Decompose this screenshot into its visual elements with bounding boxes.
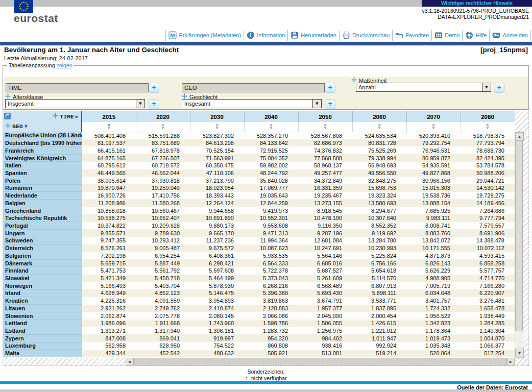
time-axis-header[interactable]: TIME ▶ bbox=[53, 113, 79, 120]
horizontal-scrollbar[interactable]: ◀ ▶ bbox=[126, 358, 515, 365]
expand-right-icon[interactable]: ▶ bbox=[76, 114, 79, 119]
geo-row-label[interactable]: Italien bbox=[3, 162, 82, 169]
move-icon[interactable] bbox=[53, 113, 58, 120]
year-column-header[interactable]: 2040 bbox=[244, 111, 298, 122]
year-column-header[interactable]: 2020 bbox=[136, 111, 190, 122]
data-cell: 1.743.960 bbox=[190, 320, 244, 327]
sort-desc-icon[interactable]: ▼ bbox=[136, 127, 190, 130]
pivot-axes-icon[interactable] bbox=[4, 112, 11, 121]
geo-row-label[interactable]: Schweden bbox=[3, 237, 82, 244]
geo-row-label[interactable]: Österreich bbox=[3, 244, 82, 252]
expand-down-icon[interactable]: ▼ bbox=[25, 124, 28, 129]
geo-row-label[interactable]: Deutschland (bis 1990 frühere bbox=[3, 139, 82, 147]
time-dimension-box[interactable]: TIME bbox=[6, 83, 149, 92]
toolbar-item-metadata[interactable]: M Erklärungen (Metadaten) bbox=[165, 30, 244, 41]
toolbar-item-demo[interactable]: Demo bbox=[431, 30, 462, 41]
vertical-scrollbar[interactable]: ▲ ▼ bbox=[515, 132, 523, 358]
geo-row-label[interactable]: Zypern bbox=[3, 334, 82, 342]
toolbar-item-login[interactable]: Anmelden bbox=[489, 30, 531, 41]
geo-row-label[interactable]: Tschechische Republik bbox=[3, 214, 82, 222]
unit-add-button[interactable]: + bbox=[494, 83, 504, 93]
toolbar-item-information[interactable]: Information bbox=[244, 30, 287, 41]
geo-row-label[interactable]: Niederlande bbox=[3, 192, 82, 200]
dropdown-arrow-icon[interactable]: ▼ bbox=[136, 100, 144, 108]
toolbar-item-favorites[interactable]: Favoriten bbox=[392, 30, 431, 41]
sort-desc-icon[interactable]: ▼ bbox=[407, 127, 461, 130]
toolbar-item-print-preview[interactable]: Druckvorschau bbox=[339, 30, 392, 41]
geo-row-label[interactable]: Luxemburg bbox=[3, 342, 82, 350]
data-cell: 1.938.449 bbox=[461, 312, 515, 320]
vertical-scroll-thumb[interactable] bbox=[515, 140, 523, 331]
toolbar-item-help[interactable]: Hilfe bbox=[462, 30, 489, 41]
geo-row-label[interactable]: Irland bbox=[3, 289, 82, 297]
geo-row-label[interactable]: Europäische Union (28 Länder) bbox=[3, 132, 82, 139]
horizontal-scroll-thumb[interactable] bbox=[133, 358, 507, 365]
geo-row-label[interactable]: Finnland bbox=[3, 267, 82, 275]
geo-add-button[interactable]: + bbox=[325, 83, 335, 93]
scroll-up-button[interactable]: ▲ bbox=[515, 132, 524, 141]
toolbar-item-download[interactable]: Herunterladen bbox=[287, 30, 339, 41]
sex-select[interactable]: Insgesamt ▼ bbox=[182, 99, 322, 108]
sort-control[interactable]: ▲▼ bbox=[190, 122, 244, 132]
sort-desc-icon[interactable]: ▼ bbox=[245, 127, 298, 130]
scroll-left-button[interactable]: ◀ bbox=[126, 358, 133, 365]
sort-desc-icon[interactable]: ▼ bbox=[353, 127, 406, 130]
geo-row-label[interactable]: Vereinigtes Königreich bbox=[3, 154, 82, 162]
geo-row-label[interactable]: Malta bbox=[3, 350, 82, 357]
geo-row-label[interactable]: Lettland bbox=[3, 320, 82, 327]
geo-row-label[interactable]: Frankreich bbox=[3, 146, 82, 154]
geo-row-label[interactable]: Litauen bbox=[3, 305, 82, 312]
sort-desc-icon[interactable]: ▼ bbox=[82, 127, 136, 130]
sort-desc-icon[interactable]: ▼ bbox=[190, 127, 244, 130]
year-column-header[interactable]: 2015 bbox=[82, 111, 136, 122]
unit-select[interactable]: Anzahl ▼ bbox=[356, 83, 491, 92]
year-column-header[interactable]: 2060 bbox=[352, 111, 406, 122]
geo-row-label[interactable]: Dänemark bbox=[3, 259, 82, 267]
sort-desc-icon[interactable]: ▼ bbox=[461, 127, 515, 130]
dropdown-arrow-icon[interactable]: ▼ bbox=[482, 83, 491, 91]
hatch-area bbox=[515, 358, 528, 365]
sex-add-button[interactable]: + bbox=[325, 99, 335, 109]
year-column-header[interactable]: 2070 bbox=[406, 111, 461, 122]
year-column-header[interactable]: 2080 bbox=[461, 111, 515, 122]
year-column-header[interactable]: 2050 bbox=[298, 111, 352, 122]
data-cell: 11.580.268 bbox=[136, 199, 190, 207]
sort-desc-icon[interactable]: ▼ bbox=[299, 127, 352, 130]
geo-row-label[interactable]: Belgien bbox=[3, 199, 82, 207]
legal-notice-link[interactable]: Wichtiger rechtlicher Hinweis bbox=[422, 0, 532, 7]
geo-row-label[interactable]: Polen bbox=[3, 177, 82, 184]
age-select[interactable]: Insgesamt ▼ bbox=[5, 99, 145, 108]
sort-control[interactable]: ▲▼ bbox=[461, 122, 515, 132]
geo-row-label[interactable]: Slowenien bbox=[3, 312, 82, 320]
age-add-button[interactable]: + bbox=[149, 99, 159, 109]
scroll-down-button[interactable]: ▼ bbox=[515, 349, 524, 357]
life-ring-icon bbox=[465, 31, 473, 39]
geo-row-label[interactable]: Estland bbox=[3, 327, 82, 335]
sort-control[interactable]: ▲▼ bbox=[352, 122, 406, 132]
move-icon[interactable] bbox=[5, 123, 11, 130]
geo-row-label[interactable]: Griechenland bbox=[3, 207, 82, 214]
data-cell: 9.983.111 bbox=[406, 214, 461, 222]
geo-row-label[interactable]: Kroatien bbox=[3, 297, 82, 305]
scroll-right-button[interactable]: ▶ bbox=[507, 358, 515, 365]
geo-row-label[interactable]: Rumänien bbox=[3, 184, 82, 192]
geo-row-label[interactable]: Slowakei bbox=[3, 275, 82, 282]
sort-control[interactable]: ▲▼ bbox=[82, 122, 136, 132]
sort-control[interactable]: ▲▼ bbox=[406, 122, 461, 132]
data-cell: 35.840.028 bbox=[244, 177, 298, 184]
show-adjustment-link[interactable]: zeigen bbox=[56, 62, 72, 68]
sort-control[interactable]: ▲▼ bbox=[298, 122, 352, 132]
year-column-header[interactable]: 2030 bbox=[190, 111, 244, 122]
geo-dimension-box[interactable]: GEO bbox=[182, 83, 325, 92]
geo-row-label[interactable]: Norwegen bbox=[3, 282, 82, 289]
geo-row-label[interactable]: Spanien bbox=[3, 169, 82, 177]
time-add-button[interactable]: + bbox=[149, 83, 159, 93]
table-row: Portugal10.374.82210.209.6289.880.1739.5… bbox=[3, 222, 515, 230]
sort-control[interactable]: ▲▼ bbox=[244, 122, 298, 132]
geo-row-label[interactable]: Ungarn bbox=[3, 229, 82, 237]
geo-row-label[interactable]: Bulgarien bbox=[3, 252, 82, 260]
dropdown-arrow-icon[interactable]: ▼ bbox=[312, 100, 321, 108]
sort-control[interactable]: ▲▼ bbox=[136, 122, 190, 132]
geo-row-label[interactable]: Portugal bbox=[3, 222, 82, 230]
geo-axis-header[interactable]: GEO ▼ bbox=[5, 123, 28, 130]
